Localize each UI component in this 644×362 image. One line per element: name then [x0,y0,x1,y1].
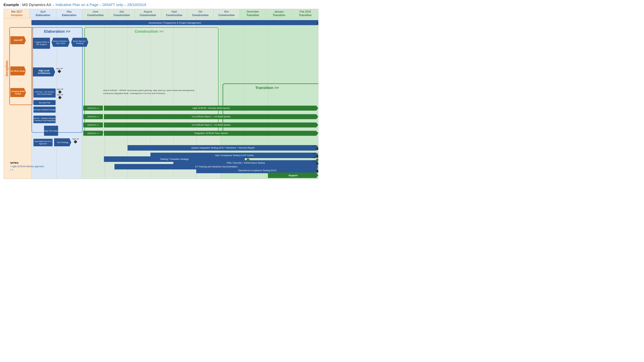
devops-sprints-label: SPRINTS >> [83,106,103,111]
devops-bar: Agile SCRUM - DevOps Build Sprints [104,106,318,111]
align-plan-box: Align Plan Dates [44,126,58,136]
title-example: Example [4,3,19,7]
header-oct: Oct Construction [187,9,214,18]
main-area: Inception Governance / Programme & Proje… [4,18,318,179]
inception-sidebar-label: Inception [5,31,9,106]
header-sept: Sept Construction [161,9,187,18]
transition-label: Transition >> [255,85,279,90]
test-strategy-box: Test Strategy [54,138,71,146]
ax-team2-bar: AX SCRUM Team 2 – AX Build Sprints [104,122,318,127]
header-july: July Construction [109,9,135,18]
diamond-training2 [316,158,318,162]
agree-nfrs-box: ** Agree NFRs & MS Support [33,38,50,49]
finalise-build-chevron: Finalise Build Scope [10,88,26,97]
diamond-oat [316,169,318,173]
governance-bar: Governance / Programme & Project Managem… [31,20,318,25]
integration-sprints-label: SPRINTS >> [83,131,103,136]
header-nov: Nov Construction [214,9,240,18]
title-subtitle: – Indicative Plan on a Page – DRAFT only… [52,3,146,7]
automated-test-box: Automated Test & CI Approach [33,139,53,146]
elaboration-label: Elaboration >> [44,29,70,33]
notes-item-1: • ? [10,169,44,171]
diamond-2 [58,90,62,94]
header-month-0: Mar 2017 [4,10,29,14]
support-bar: Support [268,172,318,178]
diamond-training [246,158,250,162]
notes-title: NOTES: [10,162,44,164]
devops-detailed-box: DevOps Detailed Design [33,107,56,113]
hla-chevron: High Level Architecture [33,67,55,76]
diamond-ts [74,140,77,144]
signoff-training-group: sign off [245,156,251,161]
notes-section: NOTES: • Agile SCRUM delivery approach •… [10,162,44,171]
page-container: Example : MS Dynamics AX – Indicative Pl… [0,0,322,182]
diamond-1 [58,70,61,73]
signoff-1-group: sign off [56,67,63,73]
signoff-training2-group: sign off [312,156,318,161]
header-january: January Transition [266,9,292,18]
ms-ax-detailed-box: MS AX - Detailed Designs / Interface Fie… [33,116,56,123]
azure-setup-box: Azure Set-up + Profiling [71,38,88,47]
ax-workshops-chevron: AX Work Shops [10,66,26,75]
header-inception: Mar 2017 Inception [4,9,30,18]
construction-label: Construction >> [135,29,164,33]
notes-item-0: • Agile SCRUM delivery approach [10,165,44,168]
security-plan-box: Security Plan [33,100,56,105]
kt-bar: KT Training and Handover Documentation [114,164,318,169]
diamond-3 [58,96,62,99]
integration-bar: Integration SCRUM Team Sprints [104,131,318,136]
header-april: April Elaboration [30,9,56,18]
header-june: June Construction [83,9,109,18]
header-phase-0: Inception [4,14,29,17]
hld-doc-box: HLD Doc + AX Version 2017/18 Re-factor [33,88,56,98]
kickoff-chevron: Kick-Off [10,36,26,44]
header-august: August Construction [135,9,161,18]
ax2-sprints-label: SPRINTS >> [83,122,103,127]
header-feb2018: Feb 2018 Transition [292,9,318,18]
header-may: May Elaboration [56,9,83,18]
training-bar: Training / Transition Strategy [104,156,245,162]
signoff-sit-group: sign off [312,145,318,150]
page-title: Example : MS Dynamics AX – Indicative Pl… [4,3,318,7]
header-december: December Transition [240,9,266,18]
ax-team1-bar: AX SCRUM Team 1 – AX Build Sprints [104,114,318,119]
diamond-sit [316,147,318,150]
sit-bar: System Integration Testing (SIT) + Revis… [128,145,318,151]
azure-licenses-box: Azure Licenses + SSL Certs [52,38,70,47]
agile-scrum-text: AGILE SCRUM – SPRINT ceremonies (sprint … [103,89,219,95]
signoff-ts-group: sign off [72,138,79,143]
signoff-3-group: sign off [57,94,63,99]
ax1-sprints-label: SPRINTS >> [83,114,103,119]
header-row: Mar 2017 Inception April Elaboration May… [4,9,318,18]
signoff-2-group: sign off [57,88,63,93]
